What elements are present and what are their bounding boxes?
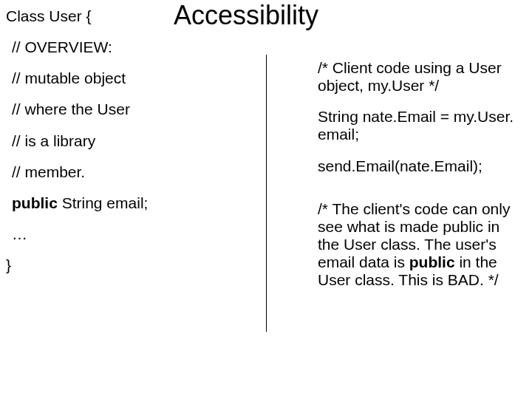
code-line: // OVERVIEW:: [12, 38, 250, 56]
column-divider: [266, 55, 267, 332]
code-line: // is a library: [12, 132, 250, 150]
code-line: public String email;: [12, 194, 250, 212]
code-line: // member.: [12, 163, 250, 181]
comment-block: /* The client's code can only see what i…: [318, 200, 517, 290]
code-line: …: [12, 225, 250, 243]
code-line: }: [6, 256, 250, 274]
comment-block: /* Client code using a User object, my.U…: [318, 59, 517, 95]
keyword-public: public: [409, 253, 455, 270]
code-text: String email;: [58, 194, 149, 211]
right-column: /* Client code using a User object, my.U…: [318, 59, 517, 302]
code-line: // where the User: [12, 100, 250, 118]
code-line: Class User {: [6, 7, 250, 25]
keyword-public: public: [12, 194, 58, 211]
left-column: Class User { // OVERVIEW: // mutable obj…: [6, 7, 250, 287]
code-line: // mutable object: [12, 69, 250, 87]
code-line: send.Email(nate.Email);: [318, 157, 517, 175]
code-line: String nate.Email = my.User. email;: [318, 108, 517, 143]
slide: Accessibility Class User { // OVERVIEW: …: [0, 0, 532, 399]
